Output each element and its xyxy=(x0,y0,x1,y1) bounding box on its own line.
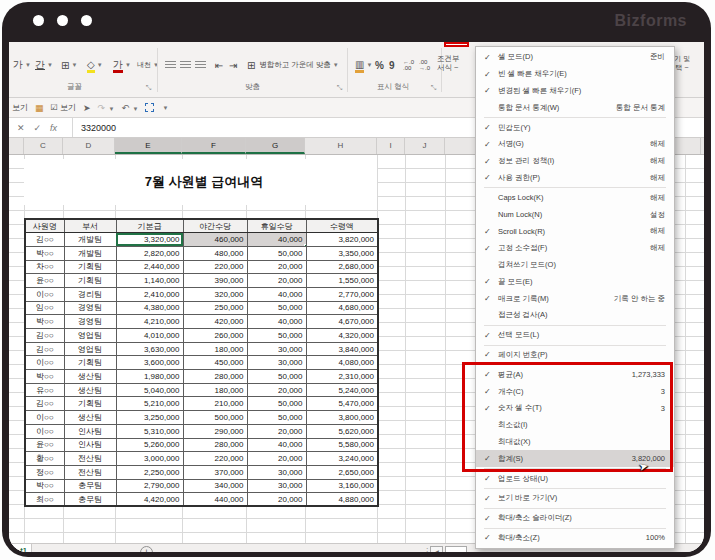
cell[interactable]: 박○○ xyxy=(25,315,64,329)
cell[interactable]: 정○○ xyxy=(25,465,64,479)
cell[interactable]: 220,000 xyxy=(183,452,247,466)
cell[interactable]: 이○○ xyxy=(25,411,64,425)
cell[interactable]: 생산팀 xyxy=(64,411,116,425)
cell[interactable]: 2,770,000 xyxy=(306,287,378,301)
cell[interactable]: 30,000 xyxy=(247,465,306,479)
cell[interactable]: 260,000 xyxy=(183,329,247,343)
cell[interactable]: 5,580,000 xyxy=(306,438,378,452)
add-sheet-button[interactable]: + xyxy=(140,546,153,552)
font-color-button[interactable]: 가▼ xyxy=(113,56,131,74)
cell[interactable]: 20,000 xyxy=(247,260,306,274)
cell[interactable]: 3,000,000 xyxy=(116,452,183,466)
menu-item[interactable]: Num Lock(N)설정 xyxy=(476,206,674,223)
cell[interactable]: 20,000 xyxy=(247,274,306,288)
cell[interactable]: 3,630,000 xyxy=(116,342,183,356)
cell[interactable]: 3,800,000 xyxy=(306,411,378,425)
fill-handle[interactable] xyxy=(304,244,307,247)
cell[interactable]: 50,000 xyxy=(247,397,306,411)
cell[interactable]: 김○○ xyxy=(25,342,64,356)
undo-button[interactable]: ↶ ▼ xyxy=(121,103,138,113)
cell[interactable]: 440,000 xyxy=(183,493,247,507)
cell[interactable]: 기획팀 xyxy=(64,356,116,370)
cell[interactable]: 4,080,000 xyxy=(306,356,378,370)
cell[interactable]: 박○○ xyxy=(25,370,64,384)
salary-table[interactable]: 사원명부서기본급야간수당휴일수당수령액김○○개발팀3,320,000460,00… xyxy=(24,218,379,507)
cell[interactable]: 3,350,000 xyxy=(306,246,378,260)
cell[interactable]: 280,000 xyxy=(183,438,247,452)
cell[interactable]: 50,000 xyxy=(247,301,306,315)
align-left-button[interactable] xyxy=(165,56,176,74)
cell[interactable]: 290,000 xyxy=(183,424,247,438)
cell[interactable]: 기획팀 xyxy=(64,397,116,411)
column-header-D[interactable]: D xyxy=(63,138,115,154)
cell[interactable]: 3,820,000 xyxy=(306,233,378,247)
table-header-4[interactable]: 휴일수당 xyxy=(247,219,306,233)
cell[interactable]: 김○○ xyxy=(25,397,64,411)
cell[interactable]: 2,790,000 xyxy=(116,479,183,493)
cell[interactable]: 40,000 xyxy=(247,438,306,452)
table-row[interactable]: 윤○○기획팀1,140,000390,00020,0001,550,000 xyxy=(25,274,378,288)
cell[interactable]: 4,670,000 xyxy=(306,315,378,329)
table-row[interactable]: 유○○생산팀5,040,000180,00020,0005,240,000 xyxy=(25,383,378,397)
table-row[interactable]: 이○○생산팀3,250,000500,00050,0003,800,000 xyxy=(25,411,378,425)
cell[interactable]: 김○○ xyxy=(25,233,64,247)
menu-item[interactable]: ✓확대/축소 슬라이더(Z) xyxy=(476,510,674,527)
select-cursor-icon[interactable]: ➤ xyxy=(83,103,91,113)
sheet-tab-active[interactable]: t1 xyxy=(9,544,32,552)
decrease-indent-button[interactable]: ⇤ xyxy=(215,56,223,74)
window-dot-1[interactable] xyxy=(33,15,44,26)
cell[interactable]: 전산팀 xyxy=(64,465,116,479)
cell[interactable]: 20,000 xyxy=(247,383,306,397)
menu-item[interactable]: ✓민감도(Y) xyxy=(476,119,674,136)
selection-mode-icon[interactable] xyxy=(145,103,154,112)
cell[interactable]: 5,040,000 xyxy=(116,383,183,397)
enter-icon[interactable]: ✓ xyxy=(34,123,42,133)
table-row[interactable]: 박○○총무팀2,790,000340,00030,0003,160,000 xyxy=(25,479,378,493)
table-row[interactable]: 김○○기획팀5,210,000210,00050,0005,470,000 xyxy=(25,397,378,411)
cell[interactable]: 박○○ xyxy=(25,479,64,493)
menu-item[interactable]: ✓변경된 셀 빠른 채우기(F) xyxy=(476,83,674,100)
menu-item[interactable]: ✓서명(G)해제 xyxy=(476,136,674,153)
menu-item[interactable]: ✓셀 모드(D)준비 xyxy=(476,49,674,66)
cell[interactable]: 220,000 xyxy=(183,260,247,274)
cell[interactable]: 5,620,000 xyxy=(306,424,378,438)
cell[interactable]: 1,980,000 xyxy=(116,370,183,384)
cell[interactable]: 5,310,000 xyxy=(116,424,183,438)
menu-item[interactable]: Caps Lock(K)해제 xyxy=(476,189,674,206)
merge-center-button[interactable]: ⊞ 병합하고 가운데 맞춤▼ xyxy=(247,56,339,74)
formula-input[interactable]: 3320000 xyxy=(73,123,116,133)
cell[interactable]: 4,010,000 xyxy=(116,329,183,343)
cell[interactable]: 3,250,000 xyxy=(116,411,183,425)
cell[interactable]: 윤○○ xyxy=(25,438,64,452)
cell[interactable]: 40,000 xyxy=(247,287,306,301)
menu-item[interactable]: 겹쳐쓰기 모드(O) xyxy=(476,257,674,274)
cell[interactable]: 280,000 xyxy=(183,370,247,384)
cell[interactable]: 2,250,000 xyxy=(116,465,183,479)
table-header-0[interactable]: 사원명 xyxy=(25,219,64,233)
cell[interactable]: 황○○ xyxy=(25,452,64,466)
cell[interactable]: 370,000 xyxy=(183,465,247,479)
cell[interactable]: 450,000 xyxy=(183,356,247,370)
cell[interactable]: 개발팀 xyxy=(64,233,116,247)
cell[interactable]: 총무팀 xyxy=(64,493,116,507)
cell[interactable]: 4,320,000 xyxy=(306,329,378,343)
cell[interactable]: 3,240,000 xyxy=(306,452,378,466)
align-dialog-launcher[interactable]: ⤡ xyxy=(337,84,343,92)
cell[interactable]: 2,680,000 xyxy=(306,260,378,274)
phonetic-button[interactable]: 내천▼ xyxy=(137,56,159,74)
cell[interactable]: 전산팀 xyxy=(64,452,116,466)
table-row[interactable]: 이○○인사팀5,310,000290,00020,0005,620,000 xyxy=(25,424,378,438)
cell[interactable]: 30,000 xyxy=(247,356,306,370)
scrollbar-thumb[interactable] xyxy=(445,546,467,552)
cell[interactable]: 영업팀 xyxy=(64,342,116,356)
underline-button[interactable]: 간▼ xyxy=(35,56,53,74)
comma-style-button[interactable]: 9 xyxy=(389,56,395,74)
cell[interactable]: 5,240,000 xyxy=(306,383,378,397)
cell[interactable]: 인사팀 xyxy=(64,424,116,438)
column-header-J[interactable]: J xyxy=(405,138,445,154)
cell[interactable]: 4,880,000 xyxy=(306,493,378,507)
table-row[interactable]: 이○○기획팀3,600,000450,00030,0004,080,000 xyxy=(25,356,378,370)
cell[interactable]: 유○○ xyxy=(25,383,64,397)
menu-item[interactable]: ✓숫자 셀 수(T)3 xyxy=(476,400,674,417)
cell[interactable]: 경리팀 xyxy=(64,287,116,301)
